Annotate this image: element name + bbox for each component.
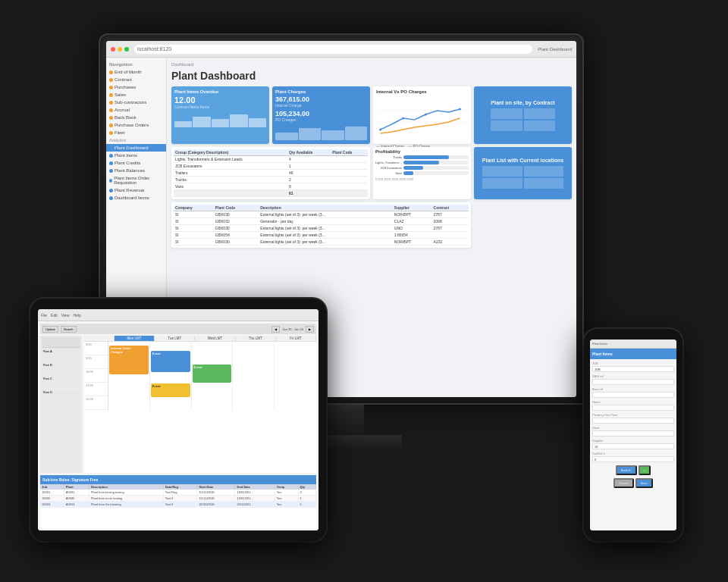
phone-field-input-job[interactable]: JOB [592,366,674,372]
td-end: 16/01/201... [235,490,275,496]
phone-field-input-store[interactable] [592,430,674,436]
cal-event-green[interactable]: Event [193,365,232,383]
add-button[interactable]: + [639,465,651,475]
table-row[interactable]: JCB Excavators 1 [174,163,368,170]
plant-list-title: Plant List with Current locations [482,158,563,163]
cal-event-blue[interactable]: Event [151,351,190,372]
row-code [331,156,368,163]
phone-field-input-wbs[interactable] [592,379,674,385]
td-job: 10001 [40,490,64,496]
sidebar-item-plant-balances[interactable]: Plant Balances [106,167,166,174]
sidebar-item-fleet[interactable]: Fleet [106,129,166,136]
breadcrumb: Dashboard [171,62,572,67]
sidebar-item-end-of-month[interactable]: End of Month [106,68,166,76]
plant-contract-title: Plant on site, by Contract [491,100,554,105]
cal-event-yellow[interactable]: Event [151,383,190,397]
table-row[interactable]: SI GBX030 External lights (set of 3): pe… [174,239,469,246]
col-contract: Contract [432,205,469,211]
maximize-dot[interactable] [124,47,129,52]
table-row-1[interactable]: 10001 A0031 Plant Item testing testing T… [40,490,316,496]
sidebar-item-plant-credits[interactable]: Plant Credits [106,159,166,167]
sidebar-item-plant-dashboard[interactable]: Plant Dashboard [106,144,166,152]
phone-field-input-area[interactable] [592,392,674,398]
toolbar-update-button[interactable]: Update [42,326,58,333]
save-button[interactable]: Save [635,478,653,488]
tablet-menu-file[interactable]: File [41,313,47,318]
table-row[interactable]: Trucks 2 [174,177,368,183]
browser-tab[interactable]: Plant Dashboard [538,47,572,52]
sidebar-item-plant-revenue[interactable]: Plant Revenue [106,186,166,194]
table-row-total: 61 [174,190,368,197]
phone-field-label-name: Name [592,400,674,404]
phone: Plant Items Plant Items JOB JOB WBS ref [584,329,682,541]
tablet-toolbar: Update Search ◀ Jan 20 - Jan 24 ▶ [40,324,316,334]
sidebar-item-back-book[interactable]: Back Book [106,114,166,121]
table-row[interactable]: Lights, Transformers & Extension Leads 4 [174,156,368,163]
sidebar-item-subcontractors[interactable]: Sub-contractors [106,99,166,106]
table-row[interactable]: SI GBX030 External lights (set of 3): pe… [174,225,469,232]
cell-desc: Generator - per day [259,218,393,225]
row-group: Vans [174,183,287,190]
tablet-menu-edit[interactable]: Edit [51,313,58,318]
kpi-charges-internal-value: 367,615.00 [275,95,367,103]
dot-icon [109,189,113,192]
phone-field-input-name[interactable] [592,405,674,411]
tablet-browser-chrome: File Edit View Help [38,309,318,321]
profit-bar-row-4: Vans [375,171,469,175]
phone-field-input-pending[interactable] [592,418,674,424]
kpi-charges-po-label: PO Charges [275,117,367,122]
bar-1 [174,121,192,127]
table-row[interactable]: SI GBX054 External lights (set of 3): pe… [174,232,469,239]
col-group: Group (Category Description) [174,149,287,156]
row-code [331,163,368,170]
tablet-menu-help[interactable]: Help [73,313,80,318]
td-job: 10003 [40,502,64,508]
browser-address[interactable]: localhost:8120 [134,45,532,54]
book-in-button[interactable]: Book In [616,465,637,475]
cal-event-orange[interactable]: Internal OrderCharges [109,346,149,374]
cell-desc: External lights (set of 3): per week (3.… [259,211,393,218]
table-row[interactable]: SI GBX032 Generator - per day CLAZ 1098 [174,218,469,225]
col-plant-code: Plant Code [331,149,368,156]
line-chart-svg [376,95,468,141]
sidebar-item-purchase-orders[interactable]: Purchase Orders [106,121,166,129]
td-qty: 3 [298,490,315,496]
toolbar-prev-button[interactable]: ◀ [271,326,280,333]
cancel-button[interactable]: Cancel [613,478,633,488]
td-qty: 5 [298,502,315,508]
sidebar-item-sales[interactable]: Sales [106,91,166,99]
cal-col-wed: Event [192,342,234,410]
phone-field-label-pending: Pending Hire Plant [592,413,674,417]
sidebar-item-contract[interactable]: Contract [106,76,166,83]
tablet-menu-view[interactable]: View [61,313,70,318]
toolbar-next-button[interactable]: ▶ [306,326,314,333]
sidebar-item-plant-items-order[interactable]: Plant Items Order Requisition [106,174,166,186]
kpi-charges-card: Plant Charges 367,615.00 Internal Charge… [272,86,370,144]
table-row-3[interactable]: 10003 A0013 Plant Item third testing Tes… [40,502,316,508]
toolbar-search-button[interactable]: Search [61,326,77,333]
table-row[interactable]: Trailers 46 [174,170,368,177]
close-dot[interactable] [111,47,115,52]
col-plant-code: Plant Code [214,205,259,211]
td-start: 10/12/2018 [197,490,235,496]
sidebar-item-purchases[interactable]: Purchases [106,83,166,91]
table-row[interactable]: SI GBX030 External lights (set of 3): pe… [174,211,469,218]
sidebar-item-accrual[interactable]: Accrual [106,106,166,114]
sidebar-item-dashboard-items[interactable]: Dashboard Items [106,194,166,202]
kpi-charges-internal-label: Internal Charge [275,103,367,108]
phone-title: Plant Items [592,352,613,356]
phone-field-input-supplier[interactable]: 10 [592,443,674,449]
phone-field-input-subref[interactable]: 0 [592,456,674,462]
cell-desc: External lights (set of 3): per week (3.… [259,232,393,239]
svg-point-6 [459,108,461,111]
table-row[interactable]: Vans 8 [174,183,368,190]
row-code-total [331,190,368,197]
cal-resource-row-2: Row B [42,361,80,375]
calendar-grid: 8:00 9:00 10:00 11:00 12:00 Internal Ord… [84,342,316,410]
tablet-bottom-table: Sub-hire Rules: Signature Free Job Plant… [40,475,316,528]
minimize-dot[interactable] [118,47,122,52]
row-group: Lights, Transformers & Extension Leads [174,156,287,163]
sidebar-item-plant-items[interactable]: Plant Items [106,152,166,159]
cell-contract: 2787 [432,225,469,232]
table-row-2[interactable]: 10002 A0042 Plant Item more testing Test… [40,496,316,502]
